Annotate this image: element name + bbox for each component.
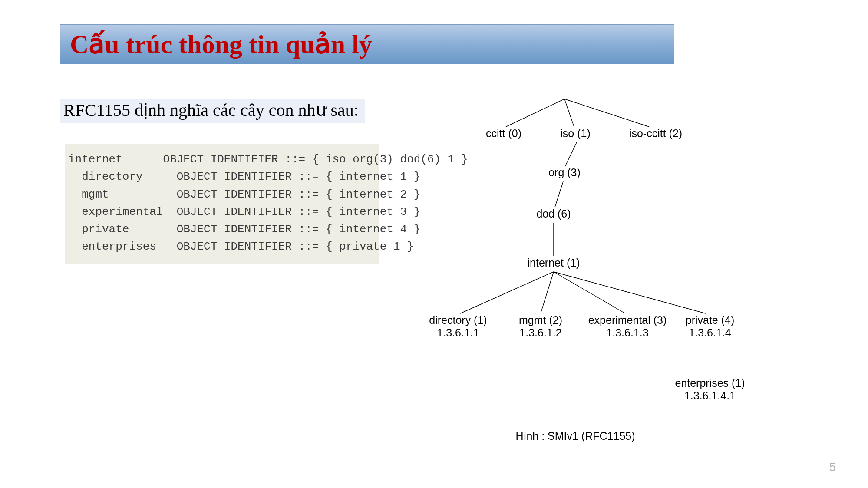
oid-definitions-code: internet OBJECT IDENTIFIER ::= { iso org… <box>65 144 379 264</box>
node-ccitt: ccitt (0) <box>486 127 521 140</box>
node-mgmt-oid: 1.3.6.1.2 <box>519 326 561 339</box>
svg-line-4 <box>555 181 563 207</box>
node-private-label: private (4) <box>686 314 735 326</box>
slide-title: Cấu trúc thông tin quản lý <box>70 31 372 57</box>
node-iso-ccitt: iso-ccitt (2) <box>629 127 682 140</box>
node-enterprises-label: enterprises (1) <box>675 377 745 389</box>
node-experimental: experimental (3) 1.3.6.1.3 <box>588 314 667 339</box>
slide-subtitle: RFC1155 định nghĩa các cây con như sau: <box>60 99 365 123</box>
page-number: 5 <box>829 460 836 474</box>
svg-line-9 <box>554 272 706 313</box>
oid-tree-diagram: ccitt (0) iso (1) iso-ccitt (2) org (3) … <box>426 91 838 452</box>
node-ccitt-label: ccitt (0) <box>486 127 521 139</box>
svg-line-6 <box>460 272 554 313</box>
node-iso: iso (1) <box>560 127 590 140</box>
node-enterprises: enterprises (1) 1.3.6.1.4.1 <box>675 377 745 402</box>
svg-line-0 <box>506 99 564 127</box>
node-directory: directory (1) 1.3.6.1.1 <box>429 314 487 339</box>
node-directory-oid: 1.3.6.1.1 <box>437 326 479 339</box>
tree-edges <box>426 91 838 452</box>
node-org-label: org (3) <box>548 166 581 178</box>
node-dod-label: dod (6) <box>536 208 571 220</box>
node-mgmt: mgmt (2) 1.3.6.1.2 <box>519 314 562 339</box>
node-private-oid: 1.3.6.1.4 <box>689 326 731 339</box>
node-iso-ccitt-label: iso-ccitt (2) <box>629 127 682 139</box>
node-experimental-label: experimental (3) <box>588 314 667 326</box>
svg-line-8 <box>554 272 625 313</box>
node-org: org (3) <box>548 166 581 179</box>
svg-line-1 <box>564 99 574 127</box>
svg-line-3 <box>565 142 577 166</box>
node-experimental-oid: 1.3.6.1.3 <box>606 326 648 339</box>
tree-caption: Hình : SMIv1 (RFC1155) <box>515 430 635 442</box>
node-internet: internet (1) <box>528 257 580 269</box>
node-internet-label: internet (1) <box>528 257 580 269</box>
node-directory-label: directory (1) <box>429 314 487 326</box>
node-private: private (4) 1.3.6.1.4 <box>686 314 735 339</box>
svg-line-7 <box>541 272 554 313</box>
node-enterprises-oid: 1.3.6.1.4.1 <box>684 389 736 402</box>
node-dod: dod (6) <box>536 208 571 220</box>
svg-line-2 <box>564 99 649 127</box>
node-iso-label: iso (1) <box>560 127 590 139</box>
slide-title-bar: Cấu trúc thông tin quản lý <box>60 24 674 64</box>
node-mgmt-label: mgmt (2) <box>519 314 562 326</box>
